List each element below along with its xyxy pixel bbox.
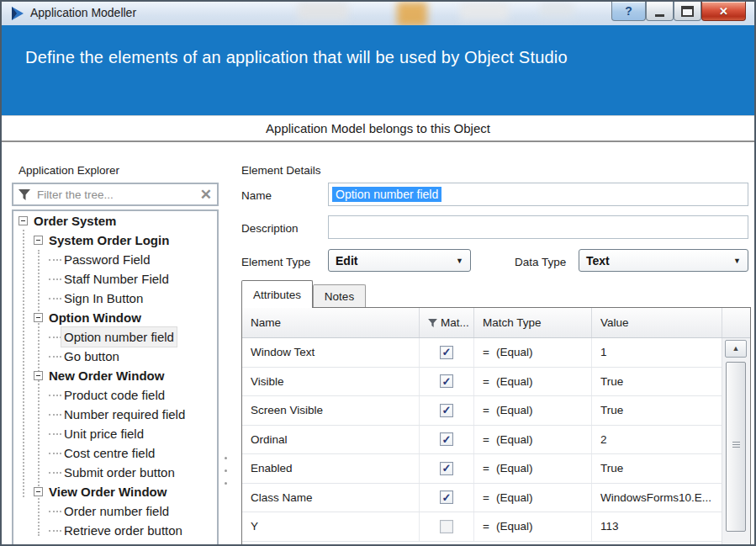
tree-item[interactable]: Sign In Button xyxy=(13,289,217,308)
title-bar: Application Modeller ? ✕ xyxy=(2,2,754,25)
tree-connector xyxy=(49,337,61,338)
attribute-row[interactable]: Enabled✓=(Equal)True xyxy=(242,454,750,484)
attribute-row[interactable]: Screen Visible✓=(Equal)True xyxy=(242,396,750,426)
tree-item[interactable]: Order System xyxy=(13,211,217,231)
match-operator: = xyxy=(483,491,496,504)
attributes-table-header: Name Mat... Match Type Value xyxy=(242,308,750,338)
match-checkbox[interactable] xyxy=(440,520,453,533)
name-input[interactable]: Option number field xyxy=(328,183,748,206)
attribute-row[interactable]: Visible✓=(Equal)True xyxy=(242,368,750,397)
close-button[interactable]: ✕ xyxy=(701,2,746,21)
column-header-match[interactable]: Mat... xyxy=(420,308,474,337)
tree-filter-box[interactable]: ✕ xyxy=(12,183,219,206)
match-checkbox[interactable]: ✓ xyxy=(440,432,453,446)
tree-item[interactable]: Submit order button xyxy=(13,463,217,482)
collapse-minus-icon[interactable] xyxy=(34,487,43,496)
match-type-cell: =(Equal) xyxy=(474,454,592,483)
attribute-row[interactable]: Window Text✓=(Equal)1 xyxy=(242,338,750,368)
panel-splitter[interactable] xyxy=(225,457,230,496)
tree-item-label: Order System xyxy=(34,211,116,231)
help-button[interactable]: ? xyxy=(611,2,646,21)
tree-item[interactable]: Unit price field xyxy=(13,424,217,443)
match-operator: = xyxy=(483,346,496,358)
match-cell: ✓ xyxy=(420,426,474,454)
tab-attributes[interactable]: Attributes xyxy=(241,280,313,308)
match-checkbox[interactable]: ✓ xyxy=(440,346,453,359)
match-operator: = xyxy=(483,433,496,446)
match-checkbox[interactable]: ✓ xyxy=(440,462,453,475)
app-logo-icon xyxy=(9,5,26,22)
tree-item[interactable]: Password Field xyxy=(13,250,217,269)
tree-item[interactable]: Retrieve order button xyxy=(13,521,217,540)
attribute-value-cell: 1 xyxy=(592,338,722,367)
minimize-button[interactable] xyxy=(646,2,674,21)
tree-item-label: Unit price field xyxy=(64,424,144,443)
window-title: Application Modeller xyxy=(30,6,136,19)
tree-item[interactable]: Product code field xyxy=(13,385,217,405)
tree-connector xyxy=(49,395,61,396)
column-header-name[interactable]: Name xyxy=(242,308,420,337)
match-type-text: (Equal) xyxy=(496,404,533,416)
attribute-row[interactable]: Class Name✓=(Equal)WindowsForms10.E... xyxy=(242,484,750,513)
tree-connector xyxy=(49,530,61,532)
tree-item[interactable]: Number required field xyxy=(13,405,217,424)
scrollbar-thumb[interactable] xyxy=(726,362,746,532)
column-header-value[interactable]: Value xyxy=(592,308,722,337)
tree-item[interactable]: Option number field xyxy=(13,327,217,347)
tree-item[interactable]: Staff Number Field xyxy=(13,269,217,289)
match-operator: = xyxy=(483,375,496,388)
attribute-name-cell: Window Text xyxy=(242,338,420,367)
tree-connector xyxy=(49,414,61,416)
tree-filter-input[interactable] xyxy=(35,188,200,202)
tree-item[interactable]: Order number field xyxy=(13,501,217,521)
match-operator: = xyxy=(483,462,496,474)
match-type-cell: =(Equal) xyxy=(474,396,592,425)
tree-connector xyxy=(49,511,61,512)
match-cell xyxy=(420,512,474,541)
attribute-value-cell: WindowsForms10.E... xyxy=(592,484,722,512)
tree-item[interactable]: System Order Login xyxy=(13,231,217,250)
element-type-dropdown[interactable]: Edit ▼ xyxy=(328,249,471,272)
close-icon: ✕ xyxy=(719,5,728,18)
tree-item[interactable]: View Order Window xyxy=(13,482,217,501)
match-checkbox[interactable]: ✓ xyxy=(440,404,453,417)
scrollbar-grip-icon xyxy=(732,442,740,449)
attribute-name-cell: Ordinal xyxy=(242,426,420,454)
match-checkbox[interactable]: ✓ xyxy=(440,374,453,388)
description-input[interactable] xyxy=(328,215,748,239)
collapse-minus-icon[interactable] xyxy=(34,236,43,245)
match-cell: ✓ xyxy=(420,338,474,367)
clear-filter-icon[interactable]: ✕ xyxy=(200,188,212,202)
vertical-scrollbar[interactable]: ▲ xyxy=(722,338,750,544)
maximize-button[interactable] xyxy=(674,2,701,21)
attribute-name-cell: Y xyxy=(242,512,420,541)
collapse-minus-icon[interactable] xyxy=(34,371,43,380)
data-type-dropdown[interactable]: Text ▼ xyxy=(579,249,748,272)
scroll-up-button[interactable]: ▲ xyxy=(725,340,747,358)
attribute-value-cell: True xyxy=(592,368,722,396)
tree-item-label: Go button xyxy=(64,347,119,366)
collapse-minus-icon[interactable] xyxy=(34,313,43,322)
application-tree[interactable]: Order SystemSystem Order LoginPassword F… xyxy=(12,209,219,544)
match-type-cell: =(Equal) xyxy=(474,512,592,541)
tree-connector xyxy=(49,472,61,474)
match-type-text: (Equal) xyxy=(496,491,533,504)
tree-item[interactable]: Cost centre field xyxy=(13,443,217,463)
attribute-value-cell: True xyxy=(592,396,722,425)
match-checkbox[interactable]: ✓ xyxy=(440,490,453,504)
attribute-row[interactable]: Y=(Equal)113 xyxy=(242,512,750,542)
collapse-minus-icon[interactable] xyxy=(19,216,28,225)
tab-notes[interactable]: Notes xyxy=(313,284,366,308)
column-header-match-type[interactable]: Match Type xyxy=(474,308,592,337)
tree-item[interactable]: New Order Window xyxy=(13,366,217,385)
tree-item-label: Password Field xyxy=(64,250,151,269)
match-cell: ✓ xyxy=(420,454,474,483)
match-operator: = xyxy=(483,520,496,533)
attribute-row[interactable]: Ordinal✓=(Equal)2 xyxy=(242,426,750,455)
tree-item[interactable]: Option Window xyxy=(13,308,217,327)
tree-item-label: Number required field xyxy=(64,405,185,424)
attribute-value-cell: 2 xyxy=(592,426,722,454)
tree-item[interactable]: Go button xyxy=(13,347,217,366)
tree-item-label: Staff Number Field xyxy=(64,269,169,289)
description-label: Description xyxy=(241,222,299,235)
